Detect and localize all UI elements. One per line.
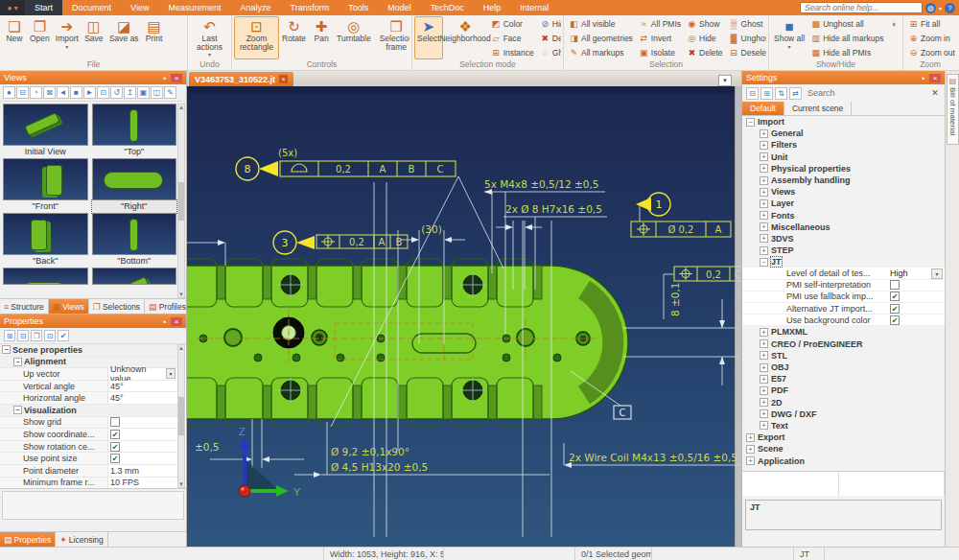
expander-icon[interactable]: + <box>760 199 768 208</box>
ribbon-button[interactable]: ◨All geometries▾ <box>566 31 636 45</box>
ribbon-button[interactable]: ✖Delete▾ <box>537 31 561 45</box>
export-view-icon[interactable]: ↥ <box>124 86 136 99</box>
ribbon-button[interactable]: ⊟Deselect▾ <box>726 45 766 59</box>
settings-tree-row[interactable]: + Scene ▾ <box>742 443 945 455</box>
tab-list-dropdown-button[interactable]: ▼ <box>718 75 732 86</box>
online-help-search-input[interactable] <box>800 2 923 13</box>
app-menu-button[interactable]: ●▾ <box>0 0 25 15</box>
expander-icon[interactable]: + <box>760 351 768 360</box>
ribbon-button[interactable]: ↶Last actions▾ <box>190 16 229 59</box>
settings-tree-row[interactable]: + Fonts ▾ <box>742 210 945 222</box>
expander-icon[interactable]: + <box>760 211 768 220</box>
property-value-cell[interactable]: ▾ <box>107 429 177 440</box>
properties-scrollbar[interactable]: ▲▼ <box>177 344 185 488</box>
ribbon-button[interactable]: ◉Show▾ <box>684 16 726 31</box>
property-value-cell[interactable]: 45° ▾ <box>107 392 177 404</box>
settings-tree-row[interactable]: + Assembly handling ▾ <box>742 175 945 186</box>
ribbon-button[interactable]: ➤Select▾ <box>414 16 443 59</box>
settings-tree-row[interactable]: + 2D ▾ <box>742 397 945 408</box>
settings-tree-row[interactable]: + PLMXML ▾ <box>742 326 945 338</box>
view-thumbnail[interactable]: "Top" <box>92 104 177 158</box>
settings-tree-row[interactable]: + OBJ ▾ <box>742 362 945 373</box>
property-value-cell[interactable]: 45° ▾ <box>107 381 177 392</box>
ribbon-button[interactable]: ◪Save as▾ <box>106 16 142 59</box>
ribbon-button[interactable]: ◧All visible▾ <box>566 16 636 31</box>
property-row[interactable]: Horizontal angle 45° ▾ <box>0 392 177 405</box>
panel-tab[interactable]: ✦Licensing <box>56 532 107 547</box>
settings-tree-row[interactable]: + Text ▾ <box>742 420 945 432</box>
close-icon[interactable]: × <box>171 74 182 82</box>
ribbon-button[interactable]: ▓Unghost▾ <box>726 31 766 45</box>
ribbon-button[interactable]: ➔Import▾ <box>53 16 82 59</box>
expander-icon[interactable]: − <box>746 118 755 127</box>
ribbon-button[interactable]: ❐Open▾ <box>27 16 53 59</box>
expander-icon[interactable]: + <box>760 164 768 173</box>
canvas-scrollbar[interactable] <box>735 86 741 547</box>
thumb-large-icon[interactable]: ● <box>3 86 15 99</box>
expander-icon[interactable]: + <box>760 363 768 372</box>
close-icon[interactable]: × <box>171 317 182 326</box>
help-icon[interactable]: ? <box>945 3 955 13</box>
settings-tab[interactable]: Default <box>742 102 784 115</box>
checkbox[interactable] <box>890 292 900 301</box>
ribbon-button[interactable]: ▒Ghost▾ <box>726 16 766 31</box>
thumb-split-icon[interactable]: ⊟ <box>16 86 29 99</box>
play-view-icon[interactable]: ► <box>83 86 96 99</box>
settings-tree-row[interactable]: + STL ▾ <box>742 350 945 362</box>
view-thumbnail[interactable] <box>92 268 177 290</box>
ribbon-button[interactable]: ⊕Zoom in▾ <box>905 31 955 45</box>
update-view-icon[interactable]: ↺ <box>110 86 123 99</box>
bill-of-material-tab[interactable]: ▤ Bill of material <box>947 74 959 145</box>
delete-view-icon[interactable]: ⊠ <box>43 86 56 99</box>
ribbon-button[interactable]: ◫Save▾ <box>82 16 106 59</box>
ribbon-tab[interactable]: Transform <box>280 0 339 15</box>
settings-tab[interactable]: Current scene <box>784 102 852 115</box>
property-row[interactable]: Up vector Unknown value ▾ <box>0 368 177 381</box>
settings-tree-row[interactable]: + PDF ▾ <box>742 385 945 396</box>
view-thumbnail-image[interactable] <box>3 104 88 146</box>
settings-tree-row[interactable]: + Miscellaneous ▾ <box>742 222 945 233</box>
ribbon-button[interactable]: ▱Face▾ <box>488 31 537 45</box>
settings-tree-row[interactable]: + DWG / DXF ▾ <box>742 408 945 420</box>
pin-icon[interactable]: ▪ <box>159 317 171 326</box>
settings-tree-row[interactable]: + General ▾ <box>742 128 945 139</box>
ribbon-tab[interactable]: Model <box>378 0 421 15</box>
property-row[interactable]: Show rotation ce... ▾ <box>0 441 177 454</box>
view-thumbnail[interactable]: "Right" <box>92 158 177 213</box>
settings-tree-row[interactable]: Use background color ▾ <box>742 315 945 326</box>
checkbox[interactable] <box>110 454 120 463</box>
ribbon-tab[interactable]: TechDoc <box>421 0 474 15</box>
property-value-cell[interactable]: Unknown value ▾ <box>107 368 177 380</box>
document-tab[interactable]: V3463753_310522.jt × <box>189 72 293 86</box>
ribbon-tab[interactable]: View <box>121 0 158 15</box>
expander-icon[interactable]: + <box>760 375 768 384</box>
ribbon-tab[interactable]: Measurement <box>158 0 230 15</box>
view-thumbnail-image[interactable] <box>92 213 177 255</box>
prop-copy-icon[interactable]: ❐ <box>31 330 42 341</box>
ribbon-button[interactable]: ▣Isolate▾ <box>636 45 684 59</box>
view-thumbnail-image[interactable] <box>3 268 88 285</box>
part-geometry[interactable] <box>187 259 628 426</box>
comment-view-icon[interactable]: ✎ <box>164 86 176 99</box>
settings-tree-row[interactable]: + STEP ▾ <box>742 245 945 256</box>
view-thumbnail-image[interactable] <box>3 213 88 255</box>
checkbox[interactable] <box>110 417 120 427</box>
ribbon-button[interactable]: ▩Unghost all▾ <box>807 16 886 31</box>
view-thumbnail[interactable] <box>3 268 88 290</box>
rotate-view-icon[interactable]: ◔ <box>30 86 42 99</box>
ribbon-button[interactable]: ❖Neighborhood▾ <box>443 16 488 59</box>
property-row[interactable]: Minimum frame r... 10 FPS ▾ <box>0 478 177 489</box>
expander-icon[interactable]: + <box>760 188 768 197</box>
ribbon-button[interactable]: ❏New▾ <box>2 16 27 59</box>
pin-icon[interactable]: ▪ <box>918 74 929 82</box>
ribbon-button[interactable]: ✖Delete▾ <box>684 45 726 59</box>
ribbon-tab[interactable]: Help <box>474 0 511 15</box>
view-thumbnail[interactable]: "Back" <box>3 213 88 268</box>
set-sort-alpha-icon[interactable]: ⇄ <box>789 87 802 100</box>
settings-tree-row[interactable]: + Filters ▾ <box>742 139 945 151</box>
view-thumbnail-image[interactable] <box>92 104 177 146</box>
close-icon[interactable]: × <box>279 75 288 83</box>
ribbon-button[interactable]: ✚Pan▾ <box>309 16 334 59</box>
stop-view-icon[interactable]: ■ <box>70 86 82 99</box>
settings-tree-row[interactable]: − Import ▾ <box>742 116 945 128</box>
